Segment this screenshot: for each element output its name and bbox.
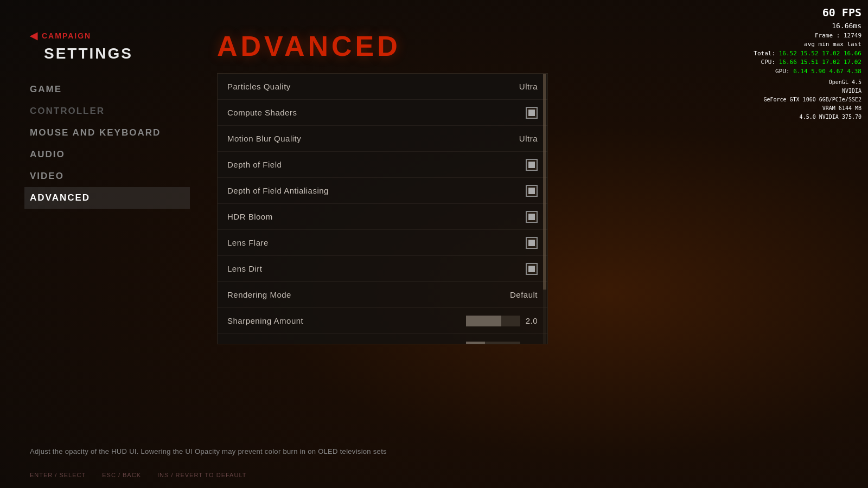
- opengl-version: OpenGL 4.5: [754, 78, 861, 87]
- checkbox-inner: [528, 162, 535, 168]
- setting-name: Depth of Field: [227, 160, 282, 169]
- setting-value: Default: [510, 290, 538, 299]
- setting-value: Ultra: [519, 82, 538, 91]
- control-hint: ESC / BACK: [102, 472, 141, 478]
- fps-counter: 60 FPS: [754, 4, 861, 21]
- setting-row-sharpening-amount[interactable]: Sharpening Amount2.0: [218, 308, 547, 334]
- perf-headers: avg min max last: [754, 40, 861, 49]
- checkbox-icon[interactable]: [526, 159, 538, 171]
- back-button[interactable]: ◀ CAMPAIGN: [30, 30, 190, 42]
- vram-info: VRAM 6144 MB: [754, 104, 861, 113]
- slider-area: 2.0: [466, 316, 538, 326]
- setting-row-depth-of-field-antialiasing[interactable]: Depth of Field Antialiasing: [218, 178, 547, 204]
- cpu-row: CPU: 16.66 15.51 17.02 17.02: [754, 58, 861, 67]
- setting-row-depth-of-field[interactable]: Depth of Field: [218, 152, 547, 178]
- slider-fill: [466, 316, 501, 326]
- sidebar-title: SETTINGS: [44, 45, 190, 62]
- cpu-values: 16.66 15.51 17.02 17.02: [779, 59, 861, 66]
- slider-value: 2.0: [526, 316, 538, 325]
- setting-row-hdr-bloom[interactable]: HDR Bloom: [218, 204, 547, 230]
- setting-row-particles-quality[interactable]: Particles QualityUltra: [218, 74, 547, 100]
- bottom-controls: ENTER / SELECTESC / BACKINS / REVERT TO …: [30, 472, 246, 478]
- control-hint: INS / REVERT TO DEFAULT: [157, 472, 246, 478]
- settings-panel: Particles QualityUltraCompute ShadersMot…: [217, 73, 548, 344]
- checkbox-icon[interactable]: [526, 263, 538, 275]
- sidebar-item-video[interactable]: VIDEO: [30, 165, 190, 187]
- sidebar-item-game[interactable]: GAME: [30, 79, 190, 100]
- frame-counter: Frame : 12749: [754, 31, 861, 41]
- setting-name: Compute Shaders: [227, 108, 297, 117]
- setting-name: Lens Dirt: [227, 264, 263, 273]
- description-bar: Adjust the opacity of the HUD UI. Loweri…: [0, 447, 868, 455]
- sidebar: ◀ CAMPAIGN SETTINGS GAMECONTROLLERMOUSE …: [0, 0, 201, 488]
- campaign-label: CAMPAIGN: [42, 31, 91, 40]
- gpu-label: GPU:: [775, 68, 790, 75]
- scrollbar-thumb[interactable]: [543, 74, 546, 290]
- slider-bar[interactable]: [466, 342, 520, 345]
- gpu-model: GeForce GTX 1060 6GB/PCIe/SSE2: [754, 95, 861, 104]
- checkbox-icon[interactable]: [526, 237, 538, 249]
- setting-name: Film Grain: [227, 342, 267, 344]
- scrollbar[interactable]: [543, 74, 546, 344]
- checkbox-icon[interactable]: [526, 107, 538, 119]
- driver-version: 4.5.0 NVIDIA 375.70: [754, 113, 861, 121]
- setting-name: Motion Blur Quality: [227, 134, 301, 143]
- total-row: Total: 16.52 15.52 17.02 16.66: [754, 49, 861, 59]
- checkbox-inner: [528, 240, 535, 246]
- slider-fill: [466, 342, 485, 345]
- setting-name: HDR Bloom: [227, 212, 273, 221]
- nvidia-info: OpenGL 4.5 NVIDIA GeForce GTX 1060 6GB/P…: [754, 78, 861, 121]
- sidebar-item-controller[interactable]: CONTROLLER: [30, 100, 190, 122]
- total-label: Total:: [754, 50, 775, 57]
- cpu-label: CPU:: [761, 59, 776, 66]
- nav-menu: GAMECONTROLLERMOUSE AND KEYBOARDAUDIOVID…: [30, 79, 190, 209]
- description-text: Adjust the opacity of the HUD UI. Loweri…: [30, 447, 835, 455]
- sidebar-item-audio[interactable]: AUDIO: [30, 144, 190, 165]
- setting-row-lens-dirt[interactable]: Lens Dirt: [218, 256, 547, 282]
- checkbox-inner: [528, 266, 535, 272]
- checkbox-icon[interactable]: [526, 185, 538, 197]
- setting-row-motion-blur-quality[interactable]: Motion Blur QualityUltra: [218, 126, 547, 152]
- setting-row-rendering-mode[interactable]: Rendering ModeDefault: [218, 282, 547, 308]
- sidebar-item-advanced[interactable]: ADVANCED: [24, 187, 190, 209]
- checkbox-inner: [528, 214, 535, 220]
- ms-counter: 16.66ms: [754, 21, 861, 31]
- sidebar-item-mouse-and-keyboard[interactable]: MOUSE AND KEYBOARD: [30, 122, 190, 144]
- setting-name: Depth of Field Antialiasing: [227, 186, 329, 195]
- performance-hud: 60 FPS 16.66ms Frame : 12749 avg min max…: [754, 4, 861, 121]
- page-title: ADVANCED: [217, 30, 835, 62]
- checkbox-inner: [528, 188, 535, 194]
- setting-name: Rendering Mode: [227, 290, 291, 299]
- control-hint: ENTER / SELECT: [30, 472, 86, 478]
- setting-row-film-grain[interactable]: Film Grain1.0: [218, 334, 547, 344]
- gpu-values: 6.14 5.90 4.67 4.38: [793, 68, 861, 75]
- setting-name: Particles Quality: [227, 82, 291, 91]
- slider-value: 1.0: [526, 342, 538, 344]
- setting-name: Lens Flare: [227, 238, 269, 247]
- setting-name: Sharpening Amount: [227, 316, 303, 325]
- nvidia-label: NVIDIA: [754, 87, 861, 95]
- gpu-row: GPU: 6.14 5.90 4.67 4.38: [754, 67, 861, 76]
- checkbox-icon[interactable]: [526, 211, 538, 223]
- setting-value: Ultra: [519, 134, 538, 143]
- checkbox-inner: [528, 110, 535, 116]
- back-arrow-icon: ◀: [30, 30, 37, 42]
- setting-row-compute-shaders[interactable]: Compute Shaders: [218, 100, 547, 126]
- slider-bar[interactable]: [466, 316, 520, 326]
- setting-row-lens-flare[interactable]: Lens Flare: [218, 230, 547, 256]
- total-values: 16.52 15.52 17.02 16.66: [779, 50, 861, 57]
- slider-area: 1.0: [466, 342, 538, 345]
